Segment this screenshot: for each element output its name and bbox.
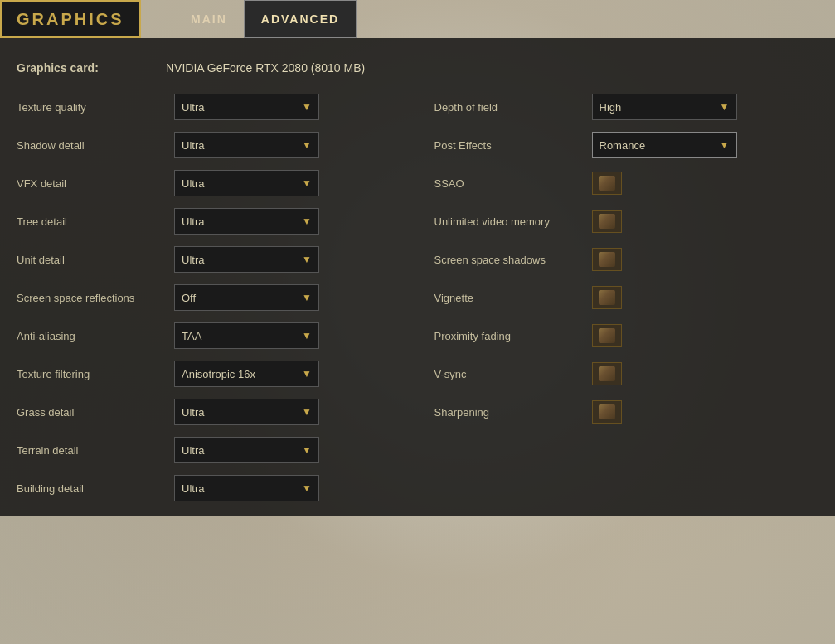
building-detail-label: Building detail [17,482,174,495]
vignette-label: Vignette [434,292,592,304]
tree-detail-value: Ultra [182,215,295,228]
building-detail-dropdown[interactable]: Ultra ▼ [174,475,319,501]
unit-detail-dropdown[interactable]: Ultra ▼ [174,246,319,273]
tree-detail-label: Tree detail [17,215,174,228]
texture-quality-value: Ultra [182,101,295,114]
tree-detail-dropdown[interactable]: Ultra ▼ [174,208,319,235]
tab-buttons: MAIN ADVANCED [174,0,357,38]
screen-space-reflections-arrow-icon: ▼ [302,292,312,303]
vfx-detail-value: Ultra [182,177,295,190]
texture-quality-label: Texture quality [17,101,174,114]
setting-unit-detail: Unit detail Ultra ▼ [0,240,418,278]
v-sync-label: V-sync [434,368,592,380]
terrain-detail-arrow-icon: ▼ [302,444,312,456]
grass-detail-value: Ultra [182,406,295,419]
post-effects-value: Romance [600,139,713,152]
terrain-detail-value: Ultra [182,444,295,457]
graphics-card-value: NVIDIA GeForce RTX 2080 (8010 MB) [166,61,365,75]
unlimited-video-memory-label: Unlimited video memory [434,215,592,228]
setting-screen-space-reflections: Screen space reflections Off ▼ [0,278,418,317]
tab-main[interactable]: MAIN [174,0,244,38]
shadow-detail-value: Ultra [182,139,295,152]
depth-of-field-arrow-icon: ▼ [720,101,730,113]
sharpening-label: Sharpening [434,406,592,419]
page-title: GRAPHICS [0,0,141,38]
texture-filtering-dropdown[interactable]: Anisotropic 16x ▼ [174,361,319,387]
setting-v-sync: V-sync [418,355,836,393]
setting-terrain-detail: Terrain detail Ultra ▼ [0,431,418,469]
unit-detail-label: Unit detail [17,254,174,266]
graphics-card-row: Graphics card: NVIDIA GeForce RTX 2080 (… [0,55,835,88]
proximity-fading-toggle[interactable] [592,324,622,347]
setting-texture-filtering: Texture filtering Anisotropic 16x ▼ [0,355,418,393]
terrain-detail-dropdown[interactable]: Ultra ▼ [174,437,319,463]
unit-detail-value: Ultra [182,254,295,266]
vignette-toggle[interactable] [592,286,622,309]
post-effects-arrow-icon: ▼ [720,139,730,151]
shadow-detail-dropdown[interactable]: Ultra ▼ [174,132,319,158]
ssao-label: SSAO [434,177,592,190]
top-bar: GRAPHICS MAIN ADVANCED [0,0,835,38]
vfx-detail-label: VFX detail [17,177,174,190]
post-effects-dropdown[interactable]: Romance ▼ [592,132,737,158]
anti-aliasing-label: Anti-aliasing [17,330,174,342]
screen-space-reflections-label: Screen space reflections [17,292,174,304]
right-column: Depth of field High ▼ Post Effects Roman… [418,88,836,507]
screen-space-reflections-value: Off [182,292,295,304]
texture-filtering-value: Anisotropic 16x [182,368,295,380]
grass-detail-dropdown[interactable]: Ultra ▼ [174,399,319,425]
building-detail-value: Ultra [182,482,295,495]
vfx-detail-dropdown[interactable]: Ultra ▼ [174,170,319,196]
setting-shadow-detail: Shadow detail Ultra ▼ [0,126,418,164]
texture-filtering-arrow-icon: ▼ [302,368,312,380]
texture-quality-arrow-icon: ▼ [302,101,312,113]
texture-quality-dropdown[interactable]: Ultra ▼ [174,94,319,120]
setting-anti-aliasing: Anti-aliasing TAA ▼ [0,317,418,355]
sharpening-toggle[interactable] [592,400,622,424]
settings-content: Graphics card: NVIDIA GeForce RTX 2080 (… [0,38,835,516]
screen-space-reflections-dropdown[interactable]: Off ▼ [174,284,319,311]
vfx-detail-arrow-icon: ▼ [302,177,312,189]
terrain-detail-label: Terrain detail [17,444,174,457]
anti-aliasing-arrow-icon: ▼ [302,330,312,341]
post-effects-label: Post Effects [434,139,592,152]
proximity-fading-label: Proximity fading [434,330,592,342]
settings-grid: Texture quality Ultra ▼ Shadow detail Ul… [0,88,835,516]
setting-post-effects: Post Effects Romance ▼ [418,126,836,164]
unit-detail-arrow-icon: ▼ [302,254,312,265]
v-sync-toggle[interactable] [592,362,622,385]
ssao-toggle[interactable] [592,172,622,195]
shadow-detail-arrow-icon: ▼ [302,139,312,151]
setting-unlimited-video-memory: Unlimited video memory [418,202,836,240]
tree-detail-arrow-icon: ▼ [302,215,312,227]
grass-detail-label: Grass detail [17,406,174,419]
setting-sharpening: Sharpening [418,393,836,431]
setting-grass-detail: Grass detail Ultra ▼ [0,393,418,431]
shadow-detail-label: Shadow detail [17,139,174,152]
depth-of-field-value: High [600,101,713,114]
setting-building-detail: Building detail Ultra ▼ [0,469,418,507]
left-column: Texture quality Ultra ▼ Shadow detail Ul… [0,88,418,507]
setting-depth-of-field: Depth of field High ▼ [418,88,836,126]
building-detail-arrow-icon: ▼ [302,482,312,494]
depth-of-field-label: Depth of field [434,101,592,114]
setting-vfx-detail: VFX detail Ultra ▼ [0,164,418,202]
anti-aliasing-value: TAA [182,330,295,342]
setting-ssao: SSAO [418,164,836,202]
screen-space-shadows-label: Screen space shadows [434,254,592,266]
setting-screen-space-shadows: Screen space shadows [418,240,836,278]
setting-tree-detail: Tree detail Ultra ▼ [0,202,418,240]
setting-texture-quality: Texture quality Ultra ▼ [0,88,418,126]
unlimited-video-memory-toggle[interactable] [592,210,622,233]
tab-advanced[interactable]: ADVANCED [244,0,357,38]
screen-space-shadows-toggle[interactable] [592,248,622,271]
anti-aliasing-dropdown[interactable]: TAA ▼ [174,322,319,349]
title-text: GRAPHICS [17,10,124,29]
texture-filtering-label: Texture filtering [17,368,174,380]
setting-vignette: Vignette [418,278,836,317]
graphics-card-label: Graphics card: [17,61,166,75]
depth-of-field-dropdown[interactable]: High ▼ [592,94,737,120]
setting-proximity-fading: Proximity fading [418,317,836,355]
grass-detail-arrow-icon: ▼ [302,406,312,418]
